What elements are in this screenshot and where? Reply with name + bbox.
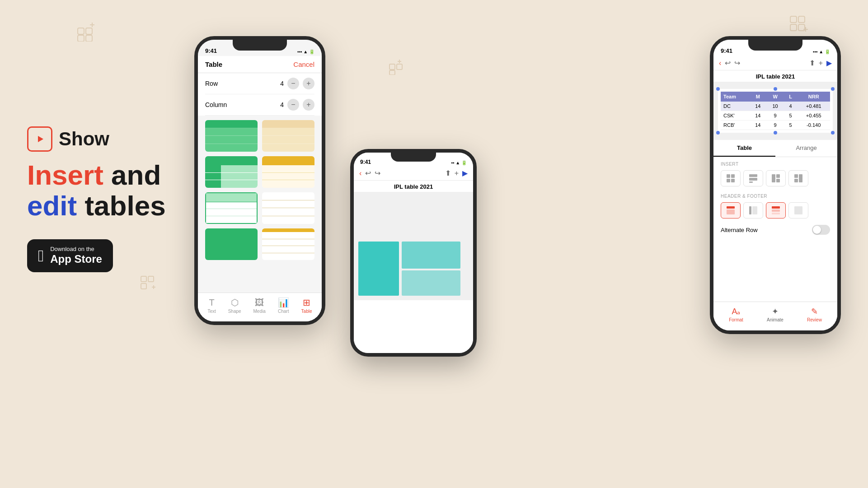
svg-rect-32 — [776, 179, 780, 182]
phone3-nav-bar: ‹ ↩ ↪ ⬆ + ▶ — [713, 56, 837, 70]
svg-rect-2 — [78, 35, 84, 42]
phone3: 9:41 ▪▪▪ ▲ 🔋 ‹ ↩ ↪ ⬆ + ▶ IPL table 2021 — [710, 36, 841, 334]
svg-rect-37 — [727, 209, 735, 214]
svg-rect-31 — [776, 174, 780, 178]
table-style-yellow-full[interactable] — [262, 120, 314, 152]
phone2-status-icons: ▪▪ ▲ 🔋 — [451, 160, 467, 165]
phone1-table-styles — [198, 116, 322, 265]
phone1-row-plus[interactable]: + — [303, 78, 314, 89]
phone1-col-minus[interactable]: − — [287, 99, 299, 111]
redo-icon[interactable]: ↪ — [375, 169, 380, 177]
chart-bar-1 — [358, 242, 399, 296]
svg-rect-36 — [727, 206, 735, 209]
phone2-nav-right: ⬆ + ▶ — [445, 169, 468, 177]
phone3-insert-col-right[interactable] — [788, 170, 808, 186]
phone3-hf-icon4[interactable] — [788, 202, 808, 218]
headline: Insert and edit tables — [27, 160, 208, 221]
phone3-tab-arrange[interactable]: Arrange — [775, 140, 837, 157]
table-style-yellow-line[interactable] — [262, 228, 314, 260]
phone3-hf-icon2[interactable] — [743, 202, 763, 218]
phone3-status-icons: ▪▪▪ ▲ 🔋 — [813, 49, 830, 54]
svg-rect-13 — [397, 64, 402, 70]
table-style-green-full[interactable] — [205, 120, 258, 152]
chart-bar-2 — [402, 242, 460, 269]
phone3-insert-row-below[interactable] — [743, 170, 763, 186]
phone3-alternate-row-label: Alternate Row — [721, 227, 758, 233]
svg-rect-42 — [772, 213, 780, 214]
svg-rect-8 — [790, 24, 797, 31]
table-style-green-header-left[interactable] — [205, 156, 258, 188]
phone3-toggle-switch[interactable] — [812, 225, 830, 235]
phone3-nav-left: ‹ ↩ ↪ — [719, 59, 740, 67]
phone1-tab-table[interactable]: ⊞ Table — [301, 297, 312, 314]
phone1-tab-text-label: Text — [207, 309, 216, 314]
phone3-nav-right: ⬆ + ▶ — [809, 59, 832, 67]
phone1-notch — [233, 40, 287, 51]
phone1-status-icons: ▪▪▪ ▲ 🔋 — [297, 49, 314, 54]
share-icon[interactable]: ⬆ — [445, 169, 451, 177]
phone1-row-col-controls: Row 4 − + Column 4 − + — [198, 73, 322, 116]
phone3-insert-col-left[interactable] — [766, 170, 786, 186]
phone3-back-icon[interactable]: ‹ — [719, 59, 721, 67]
undo-icon[interactable]: ↩ — [365, 169, 371, 177]
table-style-yellow-outline[interactable] — [262, 192, 314, 224]
add-icon[interactable]: + — [455, 169, 459, 177]
phone3-redo-icon[interactable]: ↪ — [734, 59, 740, 67]
phone1: 9:41 ▪▪▪ ▲ 🔋 Table Cancel Row 4 − + Colu… — [194, 36, 325, 325]
phone1-tab-media[interactable]: 🖼 Media — [253, 297, 266, 314]
text-tab-icon: T — [209, 297, 215, 308]
phone3-format-btn[interactable]: Aₐ Format — [729, 307, 743, 322]
phone2-nav-bar: ‹ ↩ ↪ ⬆ + ▶ — [354, 166, 473, 181]
phone3-share-icon[interactable]: ⬆ — [809, 59, 815, 67]
phone1-row-minus[interactable]: − — [287, 78, 299, 89]
phone1-row-value: 4 — [280, 80, 284, 87]
phone3-insert-row-above[interactable] — [721, 170, 741, 186]
phone3-tab-table[interactable]: Table — [713, 140, 775, 157]
phone3-review-btn[interactable]: ✎ Review — [807, 307, 822, 322]
phone1-tab-shape[interactable]: ⬡ Shape — [228, 297, 241, 314]
svg-rect-0 — [78, 28, 84, 34]
svg-rect-33 — [794, 174, 798, 178]
svg-rect-34 — [794, 179, 798, 182]
deco-grid-icon-center — [389, 59, 405, 75]
table-style-yellow-header[interactable] — [262, 156, 314, 188]
show-icon-box — [27, 126, 52, 152]
format-icon: Aₐ — [732, 307, 740, 316]
phone1-tab-chart-label: Chart — [278, 309, 289, 314]
phone1-col-ctrl: Column 4 − + — [205, 94, 314, 116]
phone1-tab-shape-label: Shape — [228, 309, 241, 314]
svg-rect-17 — [141, 276, 146, 282]
phone3-time: 9:41 — [721, 47, 732, 54]
back-icon[interactable]: ‹ — [359, 169, 361, 177]
phone3-hf-icon3[interactable] — [766, 202, 786, 218]
headline-edit: edit — [27, 190, 77, 221]
table-style-green-outline[interactable] — [205, 192, 258, 224]
phone1-tab-text[interactable]: T Text — [207, 297, 216, 314]
handle-bc — [774, 131, 777, 135]
phone1-tab-chart[interactable]: 📊 Chart — [278, 297, 289, 314]
phone1-col-label: Column — [205, 101, 227, 108]
phone3-undo-icon[interactable]: ↩ — [725, 59, 731, 67]
phone2-content-top — [354, 192, 473, 228]
svg-rect-39 — [752, 206, 757, 214]
phone3-doc-title: IPL table 2021 — [713, 70, 837, 82]
phone3-play-icon[interactable]: ▶ — [826, 59, 832, 67]
phone1-cancel[interactable]: Cancel — [293, 60, 314, 68]
phone3-table-container[interactable]: Team M W L NRR DC 14 10 4 — [718, 89, 833, 133]
svg-rect-25 — [727, 179, 730, 182]
table-style-green-solid[interactable] — [205, 228, 258, 260]
phone3-add-icon[interactable]: + — [819, 59, 823, 67]
phone1-row-right: 4 − + — [280, 78, 314, 89]
svg-rect-14 — [389, 70, 395, 75]
appstore-btn-text: Download on the App Store — [50, 246, 102, 265]
appstore-button[interactable]:  Download on the App Store — [27, 239, 113, 272]
svg-rect-38 — [749, 206, 751, 214]
phone3-header-footer-label: HEADER & FOOTER — [721, 194, 830, 199]
svg-rect-28 — [749, 178, 757, 181]
svg-rect-23 — [727, 174, 730, 178]
phone2-doc-title: IPL table 2021 — [354, 181, 473, 192]
play-icon[interactable]: ▶ — [462, 169, 468, 177]
phone1-col-plus[interactable]: + — [303, 99, 314, 111]
phone3-animate-btn[interactable]: ✦ Animate — [767, 307, 784, 322]
phone3-hf-icon1[interactable] — [721, 202, 741, 218]
